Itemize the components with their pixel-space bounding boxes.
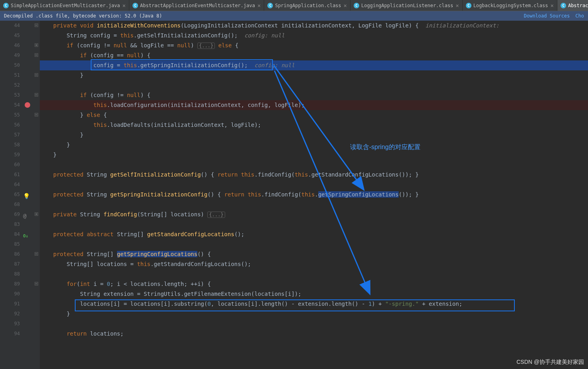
breakpoint-line[interactable]: this.loadConfiguration(initializationCon…: [40, 100, 588, 110]
tab-label: LoggingApplicationListener.class: [361, 3, 453, 8]
close-icon[interactable]: ×: [344, 2, 347, 9]
tab-label: AbstractLoggingSystem.class: [568, 3, 588, 8]
code-line[interactable]: private String findConfig(String[] locat…: [40, 210, 588, 219]
tab-label: AbstractApplicationEventMulticaster.java: [140, 3, 255, 8]
code-line[interactable]: }: [40, 140, 588, 150]
close-icon[interactable]: ×: [550, 2, 553, 9]
code-line[interactable]: [40, 319, 588, 329]
code-line[interactable]: } else {: [40, 110, 588, 120]
class-icon: C: [561, 3, 566, 8]
tab-label: LogbackLoggingSystem.class: [473, 3, 548, 8]
close-icon[interactable]: ×: [456, 2, 459, 9]
code-line[interactable]: this.loadDefaults(initializationContext,…: [40, 120, 588, 130]
code-line[interactable]: [40, 80, 588, 90]
code-line[interactable]: [40, 180, 588, 190]
fold-icon[interactable]: −: [35, 73, 38, 77]
code-line[interactable]: String config = this.getSelfInitializati…: [40, 31, 588, 41]
code-line[interactable]: protected String[] getSpringConfigLocati…: [40, 249, 588, 259]
code-line[interactable]: [40, 269, 588, 279]
code-editor: 44− 45 46+ 49− 50 51− 52 53− 54 55− 56 5…: [0, 21, 588, 369]
code-line[interactable]: if (config == null) {: [40, 50, 588, 60]
code-line[interactable]: [40, 339, 588, 349]
code-line[interactable]: for(int i = 0; i < locations.length; ++i…: [40, 279, 588, 289]
code-line[interactable]: [40, 160, 588, 170]
fold-icon[interactable]: −: [35, 53, 38, 57]
code-line[interactable]: private void initializeWithConventions(L…: [40, 21, 588, 31]
editor-tabs: CSimpleApplicationEventMulticaster.java×…: [0, 0, 588, 11]
code-line[interactable]: [40, 200, 588, 210]
code-line[interactable]: protected abstract String[] getStandardC…: [40, 229, 588, 239]
code-line[interactable]: String[] locations = this.getStandardCon…: [40, 259, 588, 269]
fold-icon[interactable]: +: [35, 212, 38, 216]
annotation-text: 读取含-spring的对应配置: [350, 143, 421, 151]
tab-spring-app[interactable]: CSpringApplication.class×: [264, 0, 350, 11]
close-icon[interactable]: ×: [257, 2, 261, 9]
fold-icon[interactable]: −: [35, 252, 38, 256]
csdn-watermark: CSDN @协手共建美好家园: [516, 359, 584, 366]
code-line[interactable]: }: [40, 130, 588, 140]
code-line[interactable]: [40, 239, 588, 249]
class-icon: C: [354, 3, 359, 8]
code-line[interactable]: [40, 219, 588, 229]
code-line[interactable]: }: [40, 309, 588, 319]
code-line[interactable]: if (config != null && logFile == null) {…: [40, 41, 588, 50]
code-line[interactable]: }: [40, 150, 588, 160]
fold-icon[interactable]: −: [35, 282, 38, 285]
breakpoint-icon[interactable]: [25, 102, 30, 108]
class-icon: C: [466, 3, 471, 8]
highlighted-line[interactable]: config = this.getSpringInitializationCon…: [40, 60, 588, 70]
tab-label: SpringApplication.class: [275, 3, 341, 8]
line-gutter: 44− 45 46+ 49− 50 51− 52 53− 54 55− 56 5…: [0, 21, 40, 369]
tab-abstract-event[interactable]: CAbstractApplicationEventMulticaster.jav…: [129, 0, 264, 11]
decompiled-info-bar: Decompiled .class file, bytecode version…: [0, 11, 588, 21]
class-icon: C: [3, 3, 9, 8]
code-line[interactable]: String extension = StringUtils.getFilena…: [40, 289, 588, 299]
close-icon[interactable]: ×: [123, 2, 126, 9]
tab-logging-listener[interactable]: CLoggingApplicationListener.class×: [350, 0, 463, 11]
code-line[interactable]: }: [40, 70, 588, 80]
class-icon: C: [267, 3, 273, 8]
download-sources-link[interactable]: Download Sources: [524, 13, 570, 19]
fold-icon[interactable]: −: [35, 93, 38, 97]
code-line[interactable]: protected String getSelfInitializationCo…: [40, 170, 588, 180]
code-line[interactable]: protected String getSpringInitialization…: [40, 190, 588, 200]
fold-icon[interactable]: −: [35, 113, 38, 117]
info-text: Decompiled .class file, bytecode version…: [4, 13, 162, 19]
fold-icon[interactable]: −: [35, 23, 38, 27]
tab-label: SimpleApplicationEventMulticaster.java: [11, 3, 120, 8]
fold-icon[interactable]: +: [35, 43, 38, 47]
code-line[interactable]: return locations;: [40, 329, 588, 339]
tab-simple-event[interactable]: CSimpleApplicationEventMulticaster.java×: [0, 0, 129, 11]
tab-logback[interactable]: CLogbackLoggingSystem.class×: [463, 0, 557, 11]
code-line[interactable]: if (config != null) {: [40, 90, 588, 100]
choose-sources-link[interactable]: Cho: [575, 13, 584, 19]
code-area[interactable]: private void initializeWithConventions(L…: [40, 21, 588, 369]
class-icon: C: [132, 3, 138, 8]
code-line[interactable]: locations[i] = locations[i].substring(0,…: [40, 299, 588, 309]
tab-abstract-logging[interactable]: CAbstractLoggingSystem.class×: [557, 0, 588, 11]
